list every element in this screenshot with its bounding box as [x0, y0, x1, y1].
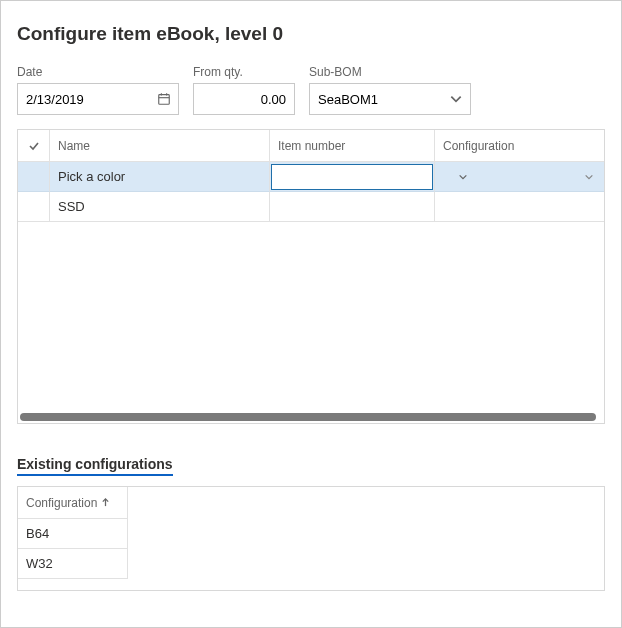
grid-header-item[interactable]: Item number: [270, 130, 435, 162]
grid-header-name[interactable]: Name: [50, 130, 270, 162]
section-title-wrap: Existing configurations: [17, 424, 605, 476]
cfg-row[interactable]: W32: [18, 549, 604, 579]
grid-row[interactable]: SSD: [18, 192, 604, 222]
fromqty-label: From qty.: [193, 65, 295, 79]
date-field: Date: [17, 65, 179, 115]
cfg-header-label: Configuration: [26, 496, 97, 510]
row-name[interactable]: Pick a color: [50, 162, 270, 192]
subbom-label: Sub-BOM: [309, 65, 471, 79]
grid-row[interactable]: Pick a color: [18, 162, 604, 192]
subbom-input[interactable]: [310, 84, 442, 114]
fromqty-field: From qty.: [193, 65, 295, 115]
bom-lines-grid: Name Item number Configuration Pick a co…: [17, 129, 605, 424]
header-fields: Date From qty. Sub-BOM: [17, 65, 605, 115]
row-item[interactable]: [270, 162, 435, 192]
item-editor[interactable]: [271, 164, 433, 190]
fromqty-input-wrap[interactable]: [193, 83, 295, 115]
svg-rect-0: [159, 95, 170, 105]
grid-header-conf[interactable]: Configuration: [435, 130, 604, 162]
sort-ascending-icon: [101, 496, 110, 510]
grid-header: Name Item number Configuration: [18, 130, 604, 162]
subbom-select[interactable]: [309, 83, 471, 115]
horizontal-scrollbar[interactable]: [20, 413, 596, 421]
row-check[interactable]: [18, 192, 50, 222]
cfg-header-configuration[interactable]: Configuration: [18, 487, 128, 519]
item-input[interactable]: [272, 165, 452, 189]
cfg-value[interactable]: B64: [18, 519, 128, 549]
existing-configurations-title: Existing configurations: [17, 456, 173, 476]
existing-configurations-grid: Configuration B64 W32: [17, 486, 605, 591]
date-label: Date: [17, 65, 179, 79]
date-input-wrap[interactable]: [17, 83, 179, 115]
calendar-icon[interactable]: [150, 84, 178, 114]
row-item[interactable]: [270, 192, 435, 222]
row-conf[interactable]: [435, 162, 604, 192]
cfg-row[interactable]: B64: [18, 519, 604, 549]
chevron-down-icon[interactable]: [578, 162, 600, 191]
row-check[interactable]: [18, 162, 50, 192]
row-conf[interactable]: [435, 192, 604, 222]
date-input[interactable]: [18, 84, 150, 114]
subbom-field: Sub-BOM: [309, 65, 471, 115]
row-name[interactable]: SSD: [50, 192, 270, 222]
grid-header-check[interactable]: [18, 130, 50, 162]
chevron-down-icon[interactable]: [442, 84, 470, 114]
cfg-value[interactable]: W32: [18, 549, 128, 579]
page-title: Configure item eBook, level 0: [17, 23, 605, 45]
fromqty-input[interactable]: [194, 84, 294, 114]
